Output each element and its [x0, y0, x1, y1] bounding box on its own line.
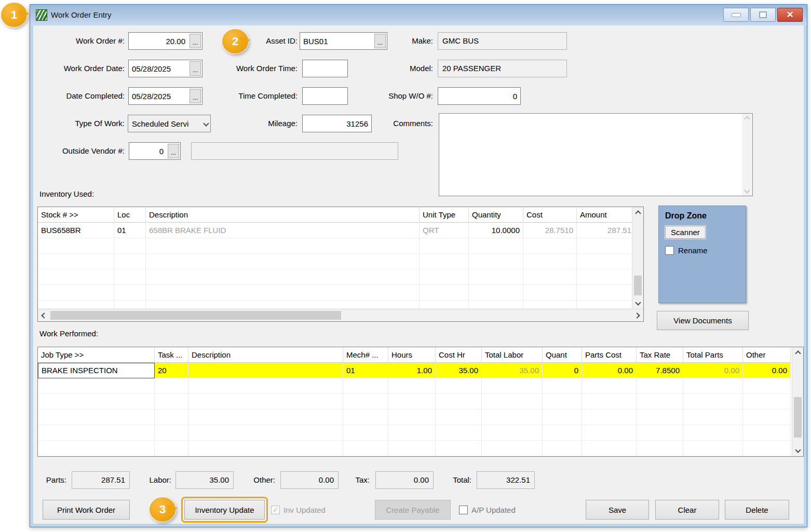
- inv-updated-checkbox-row[interactable]: ✓ Inv Updated: [271, 504, 326, 515]
- cell-mech[interactable]: 01: [343, 363, 388, 378]
- inventory-col-quantity[interactable]: Quantity: [469, 207, 523, 223]
- outside-vendor-input[interactable]: [129, 143, 167, 159]
- cell-hours[interactable]: 1.00: [388, 363, 436, 378]
- inventory-empty-row[interactable]: [38, 301, 632, 309]
- cell-quantity[interactable]: 10.0000: [469, 223, 523, 238]
- cell-cost-hr[interactable]: 35.00: [436, 363, 482, 378]
- scrollbar-thumb[interactable]: [634, 276, 642, 295]
- cell-description[interactable]: 658BR BRAKE FLUID: [146, 223, 420, 238]
- comments-scrollbar[interactable]: [742, 114, 752, 196]
- shop-wo-input[interactable]: [438, 88, 520, 104]
- cell-unit-type[interactable]: QRT: [420, 223, 469, 238]
- cell-task[interactable]: 20: [155, 363, 188, 378]
- cell-amount[interactable]: 287.51: [577, 223, 635, 238]
- inventory-col-unit-type[interactable]: Unit Type: [420, 207, 469, 223]
- clear-button[interactable]: Clear: [655, 500, 719, 520]
- wp-col-hours[interactable]: Hours: [388, 347, 436, 363]
- inv-updated-checkbox[interactable]: ✓: [271, 506, 280, 514]
- cell-quant[interactable]: 0: [543, 363, 582, 378]
- type-of-work-dropdown[interactable]: Scheduled Servi: [128, 115, 211, 132]
- work-order-date-input[interactable]: [129, 60, 188, 77]
- wp-col-other[interactable]: Other: [743, 347, 791, 363]
- cell-total-parts[interactable]: 0.00: [683, 363, 743, 378]
- inventory-horizontal-scrollbar[interactable]: [38, 309, 643, 321]
- work-order-browse-button[interactable]: ...: [190, 34, 201, 48]
- save-button[interactable]: Save: [586, 500, 649, 520]
- work-order-input[interactable]: [129, 33, 188, 49]
- cell-parts-cost[interactable]: 0.00: [582, 363, 637, 378]
- date-completed-input[interactable]: [129, 88, 188, 104]
- outside-vendor-browse-button[interactable]: ...: [168, 144, 179, 158]
- print-work-order-button[interactable]: Print Work Order: [43, 500, 130, 520]
- wp-col-job-type[interactable]: Job Type >>: [38, 347, 155, 363]
- cell-description[interactable]: [188, 363, 343, 378]
- inventory-col-amount[interactable]: Amount: [577, 207, 635, 223]
- scroll-down-icon[interactable]: [792, 445, 803, 455]
- inventory-col-loc[interactable]: Loc: [114, 207, 146, 223]
- inventory-col-cost[interactable]: Cost: [523, 207, 577, 223]
- maximize-button[interactable]: [750, 8, 776, 22]
- mileage-label: Mileage:: [215, 115, 298, 132]
- wp-col-description[interactable]: Description: [188, 347, 343, 363]
- wp-col-total-labor[interactable]: Total Labor: [482, 347, 543, 363]
- work-performed-empty-row[interactable]: [38, 378, 791, 394]
- titlebar[interactable]: Work Order Entry ✕: [30, 5, 807, 25]
- chevron-down-icon: [203, 120, 209, 126]
- work-performed-empty-row[interactable]: [38, 425, 791, 441]
- cell-total-labor[interactable]: 35.00: [482, 363, 543, 378]
- work-performed-empty-row[interactable]: [38, 410, 791, 425]
- scanner-button[interactable]: Scanner: [665, 226, 706, 239]
- rename-checkbox-row[interactable]: Rename: [665, 246, 739, 255]
- scroll-right-icon[interactable]: [632, 309, 642, 321]
- work-performed-row[interactable]: BRAKE INSPECTION 20 01 1.00 35.00 35.00 …: [38, 363, 791, 378]
- inventory-empty-row[interactable]: [38, 269, 632, 285]
- wp-col-task[interactable]: Task ...: [155, 347, 188, 363]
- work-performed-empty-row[interactable]: [38, 441, 791, 456]
- cell-tax-rate[interactable]: 7.8500: [637, 363, 683, 378]
- ap-updated-checkbox[interactable]: [459, 506, 468, 514]
- wp-col-parts-cost[interactable]: Parts Cost: [582, 347, 637, 363]
- inventory-update-button[interactable]: Inventory Update: [184, 500, 265, 520]
- scroll-up-icon[interactable]: [744, 116, 750, 121]
- view-documents-button[interactable]: View Documents: [657, 311, 749, 330]
- wp-col-cost-hr[interactable]: Cost Hr: [436, 347, 482, 363]
- inventory-empty-row[interactable]: [38, 238, 632, 254]
- wp-col-mech[interactable]: Mech# ...: [343, 347, 388, 363]
- scrollbar-thumb[interactable]: [794, 397, 802, 438]
- scroll-down-icon[interactable]: [744, 187, 750, 193]
- inventory-col-stock[interactable]: Stock # >>: [38, 207, 114, 223]
- inventory-empty-row[interactable]: [38, 285, 632, 301]
- wp-col-tax-rate[interactable]: Tax Rate: [637, 347, 683, 363]
- cell-job-type[interactable]: BRAKE INSPECTION: [38, 363, 155, 378]
- inventory-empty-row[interactable]: [38, 254, 632, 269]
- delete-button[interactable]: Delete: [725, 500, 789, 520]
- date-completed-browse-button[interactable]: ...: [190, 89, 201, 103]
- inventory-col-description[interactable]: Description: [146, 207, 420, 223]
- scroll-up-icon[interactable]: [792, 348, 803, 359]
- work-order-date-browse-button[interactable]: ...: [190, 61, 201, 76]
- scrollbar-thumb[interactable]: [50, 311, 341, 320]
- drop-zone-panel[interactable]: Drop Zone Scanner Rename: [658, 206, 746, 303]
- work-performed-vertical-scrollbar[interactable]: [792, 347, 803, 456]
- minimize-button[interactable]: [723, 8, 749, 22]
- rename-checkbox[interactable]: [665, 246, 674, 255]
- cell-other[interactable]: 0.00: [743, 363, 791, 378]
- ap-updated-checkbox-row[interactable]: A/P Updated: [459, 504, 516, 515]
- inventory-vertical-scrollbar[interactable]: [632, 207, 643, 309]
- wp-col-quant[interactable]: Quant: [543, 347, 582, 363]
- time-completed-input[interactable]: [303, 88, 347, 104]
- close-button[interactable]: ✕: [777, 8, 803, 22]
- window-title: Work Order Entry: [51, 5, 111, 25]
- create-payable-button[interactable]: Create Payable: [375, 500, 451, 520]
- comments-textarea[interactable]: [439, 114, 742, 196]
- scroll-down-icon[interactable]: [632, 297, 643, 308]
- scroll-up-icon[interactable]: [632, 208, 643, 219]
- cell-stock[interactable]: BUS658BR: [38, 223, 114, 238]
- scroll-left-icon[interactable]: [39, 309, 49, 321]
- wp-col-total-parts[interactable]: Total Parts: [683, 347, 743, 363]
- work-performed-empty-row[interactable]: [38, 394, 791, 410]
- cell-loc[interactable]: 01: [114, 223, 146, 238]
- cell-cost[interactable]: 28.7510: [523, 223, 577, 238]
- work-order-time-input[interactable]: [303, 60, 347, 77]
- inventory-row[interactable]: BUS658BR 01 658BR BRAKE FLUID QRT 10.000…: [38, 223, 632, 238]
